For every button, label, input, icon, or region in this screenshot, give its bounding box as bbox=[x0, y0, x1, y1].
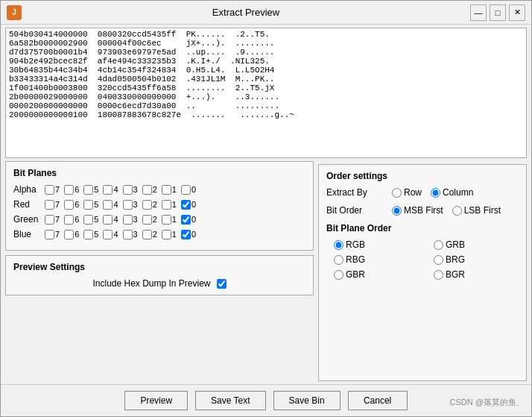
include-hex-dump-label: Include Hex Dump In Preview bbox=[92, 278, 210, 289]
bit-plane-order-label-bgr: BGR bbox=[446, 269, 465, 280]
order-settings-title: Order settings bbox=[326, 171, 519, 181]
extract-by-option-row: Row bbox=[392, 187, 422, 198]
bit-checkbox-blue-0[interactable] bbox=[181, 230, 191, 239]
bit-item-alpha-1: 1 bbox=[162, 185, 177, 195]
cancel-button[interactable]: Cancel bbox=[348, 391, 408, 410]
bit-plane-order-radio-bgr[interactable] bbox=[434, 270, 443, 280]
preview-settings-section: Preview Settings Include Hex Dump In Pre… bbox=[5, 255, 314, 295]
bit-item-green-4: 4 bbox=[103, 215, 118, 225]
bit-label-red-5: 5 bbox=[94, 200, 98, 209]
extract-by-radio-row[interactable] bbox=[392, 188, 402, 198]
bit-label-red-4: 4 bbox=[113, 200, 118, 209]
bit-item-blue-4: 4 bbox=[103, 230, 118, 239]
bit-checkbox-blue-5[interactable] bbox=[83, 230, 93, 239]
bit-plane-order-radio-rbg[interactable] bbox=[334, 255, 343, 265]
bit-label-blue-4: 4 bbox=[113, 230, 118, 239]
bit-label-red-2: 2 bbox=[153, 200, 157, 209]
bit-checkbox-red-4[interactable] bbox=[103, 200, 113, 210]
bit-checkbox-alpha-3[interactable] bbox=[123, 185, 133, 195]
bit-order-row: Bit Order MSB FirstLSB First bbox=[326, 205, 519, 216]
bit-checkbox-alpha-4[interactable] bbox=[103, 185, 113, 195]
preview-settings-inner: Include Hex Dump In Preview bbox=[13, 278, 305, 289]
bit-checkbox-green-2[interactable] bbox=[142, 215, 152, 225]
bit-item-blue-1: 1 bbox=[162, 230, 177, 239]
bit-order-radio-msb[interactable] bbox=[392, 206, 402, 216]
bit-checkbox-blue-6[interactable] bbox=[64, 230, 74, 239]
extract-by-label: Extract By bbox=[326, 187, 386, 198]
bit-checkbox-blue-4[interactable] bbox=[103, 230, 113, 239]
bit-checkbox-green-7[interactable] bbox=[45, 215, 54, 225]
bit-checkbox-green-4[interactable] bbox=[103, 215, 113, 225]
bit-checkbox-green-3[interactable] bbox=[123, 215, 133, 225]
bit-planes-title: Bit Planes bbox=[13, 168, 305, 178]
order-settings-section: Order settings Extract By RowColumn Bit … bbox=[318, 164, 527, 381]
bit-plane-order-label-grb: GRB bbox=[446, 239, 465, 250]
bit-plane-order-radio-brg[interactable] bbox=[434, 255, 443, 265]
bit-checkbox-green-6[interactable] bbox=[64, 215, 74, 225]
bit-item-green-0: 0 bbox=[181, 215, 196, 225]
bit-checkbox-alpha-5[interactable] bbox=[83, 185, 93, 195]
bit-item-blue-0: 0 bbox=[181, 230, 196, 239]
bit-checkbox-red-2[interactable] bbox=[142, 200, 152, 210]
bit-label-green-4: 4 bbox=[113, 215, 118, 224]
maximize-button[interactable]: □ bbox=[490, 4, 506, 21]
bit-plane-order-radio-grb[interactable] bbox=[434, 240, 443, 250]
bit-order-radio-group: MSB FirstLSB First bbox=[392, 205, 501, 216]
bit-label-red-6: 6 bbox=[75, 200, 79, 209]
bit-checkbox-red-6[interactable] bbox=[64, 200, 74, 210]
minimize-button[interactable]: — bbox=[470, 4, 487, 21]
bit-checkbox-blue-3[interactable] bbox=[123, 230, 133, 239]
bit-checkbox-green-5[interactable] bbox=[83, 215, 93, 225]
bit-label-alpha-3: 3 bbox=[133, 185, 138, 194]
preview-area[interactable]: 504b030414000000 0800320ccd5435ff PK....… bbox=[5, 28, 527, 158]
save-bin-button[interactable]: Save Bin bbox=[273, 391, 341, 410]
save-text-button[interactable]: Save Text bbox=[195, 391, 265, 410]
bit-plane-order-label-brg: BRG bbox=[446, 254, 465, 265]
bit-checkbox-red-0[interactable] bbox=[181, 200, 191, 210]
bit-checkbox-alpha-7[interactable] bbox=[45, 185, 54, 195]
include-hex-dump-checkbox[interactable] bbox=[217, 279, 227, 289]
bit-item-green-5: 5 bbox=[83, 215, 98, 225]
bit-plane-order-section: Bit Plane Order RGBGRBRBGBRGGBRBGR bbox=[326, 223, 519, 280]
bit-plane-order-radio-gbr[interactable] bbox=[334, 270, 343, 280]
bit-plane-order-label-rbg: RBG bbox=[346, 254, 365, 265]
bit-checkbox-blue-7[interactable] bbox=[45, 230, 54, 239]
bit-checkbox-red-3[interactable] bbox=[123, 200, 133, 210]
bit-order-radio-lsb[interactable] bbox=[452, 206, 462, 216]
preview-button[interactable]: Preview bbox=[124, 391, 188, 410]
bit-checkbox-alpha-1[interactable] bbox=[162, 185, 171, 195]
bit-label-green-2: 2 bbox=[153, 215, 157, 224]
bit-label-blue-2: 2 bbox=[153, 230, 157, 239]
bit-item-green-2: 2 bbox=[142, 215, 157, 225]
bit-checkbox-green-1[interactable] bbox=[162, 215, 171, 225]
close-button[interactable]: ✕ bbox=[509, 4, 525, 21]
bit-checkbox-blue-1[interactable] bbox=[162, 230, 171, 239]
bit-item-green-7: 7 bbox=[45, 215, 60, 225]
bit-checkbox-alpha-0[interactable] bbox=[181, 185, 191, 195]
bit-checkbox-green-0[interactable] bbox=[181, 215, 191, 225]
bit-order-option-msb: MSB First bbox=[392, 205, 443, 216]
bit-item-alpha-3: 3 bbox=[123, 185, 138, 195]
bit-checkbox-red-5[interactable] bbox=[83, 200, 93, 210]
title-bar: J Extract Preview — □ ✕ bbox=[1, 1, 531, 25]
bit-plane-order-label-rgb: RGB bbox=[346, 239, 365, 250]
bit-checkbox-alpha-2[interactable] bbox=[142, 185, 152, 195]
title-bar-left: J bbox=[7, 5, 22, 20]
bit-checkbox-blue-2[interactable] bbox=[142, 230, 152, 239]
channel-row-blue: Blue76543210 bbox=[13, 229, 305, 239]
bit-label-blue-6: 6 bbox=[75, 230, 79, 239]
bit-plane-order-grid: RGBGRBRBGBRGGBRBGR bbox=[326, 239, 519, 280]
bit-item-alpha-6: 6 bbox=[64, 185, 79, 195]
bit-checkbox-red-7[interactable] bbox=[45, 200, 54, 210]
bit-plane-order-radio-rgb[interactable] bbox=[334, 240, 343, 250]
bit-checkbox-red-1[interactable] bbox=[162, 200, 171, 210]
right-panel: Order settings Extract By RowColumn Bit … bbox=[318, 161, 527, 384]
bit-item-red-7: 7 bbox=[45, 200, 60, 210]
extract-by-radio-column[interactable] bbox=[431, 188, 440, 198]
bit-item-alpha-5: 5 bbox=[83, 185, 98, 195]
preview-settings-title: Preview Settings bbox=[13, 262, 305, 272]
bit-item-blue-2: 2 bbox=[142, 230, 157, 239]
bit-item-red-3: 3 bbox=[123, 200, 138, 210]
bit-label-blue-5: 5 bbox=[94, 230, 98, 239]
bit-checkbox-alpha-6[interactable] bbox=[64, 185, 74, 195]
